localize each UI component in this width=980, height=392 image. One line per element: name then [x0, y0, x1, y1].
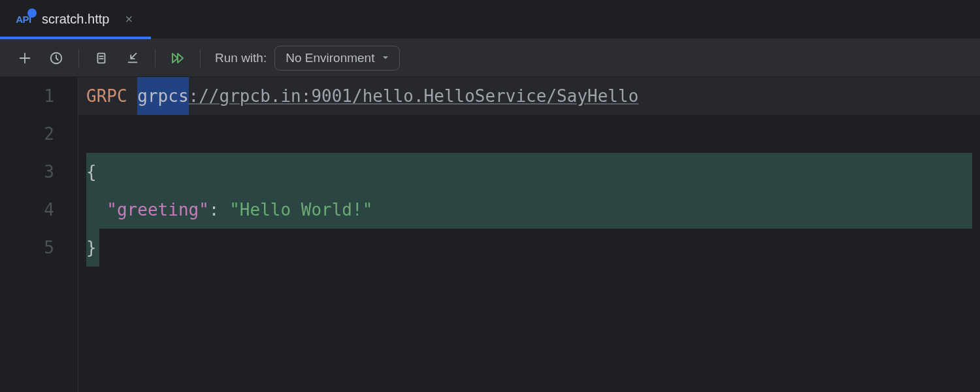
close-icon[interactable]: × — [122, 9, 135, 29]
selected-text: grpcs — [137, 77, 188, 115]
import-icon — [125, 51, 140, 65]
environment-select[interactable]: No Environment — [274, 46, 400, 71]
modified-badge-icon — [27, 8, 37, 18]
plus-icon — [18, 51, 32, 65]
chevron-down-icon — [381, 51, 390, 65]
examples-button[interactable] — [90, 46, 113, 70]
json-colon: : — [209, 200, 229, 220]
code-line[interactable] — [78, 115, 980, 153]
line-number: 2 — [0, 115, 54, 153]
request-url: ://grpcb.in:9001/hello.HelloService/SayH… — [189, 77, 639, 115]
api-file-icon: API — [14, 12, 33, 27]
line-number: 5 — [0, 229, 54, 267]
run-all-button[interactable] — [166, 46, 189, 70]
tab-scratch-http[interactable]: API scratch.http × — [0, 0, 151, 39]
history-button[interactable] — [44, 46, 68, 70]
json-brace: } — [86, 238, 97, 257]
tab-title: scratch.http — [42, 12, 109, 27]
add-request-button[interactable] — [13, 46, 37, 70]
line-number: 4 — [0, 191, 54, 229]
code-editor[interactable]: 1 2 3 4 5 GRPC grpcs://grpcb.in:9001/hel… — [0, 77, 980, 392]
run-all-icon — [170, 50, 186, 66]
code-line[interactable]: } — [78, 229, 980, 267]
line-number: 1 — [0, 77, 54, 115]
environment-selected-value: No Environment — [286, 51, 374, 65]
line-number: 3 — [0, 153, 54, 191]
toolbar-separator — [78, 49, 79, 67]
document-icon — [94, 51, 108, 65]
toolbar-separator — [200, 49, 201, 67]
code-area[interactable]: GRPC grpcs://grpcb.in:9001/hello.HelloSe… — [78, 77, 980, 392]
json-brace: { — [86, 162, 97, 182]
code-line[interactable]: { — [78, 153, 980, 191]
run-with-label: Run with: — [215, 51, 267, 65]
http-method: GRPC — [86, 77, 127, 115]
history-icon — [49, 51, 63, 65]
line-gutter: 1 2 3 4 5 — [0, 77, 78, 392]
json-key: "greeting" — [106, 200, 209, 220]
json-string: "Hello World!" — [229, 200, 372, 220]
code-line[interactable]: GRPC grpcs://grpcb.in:9001/hello.HelloSe… — [78, 77, 980, 115]
code-line[interactable]: "greeting": "Hello World!" — [78, 191, 980, 229]
http-toolbar: Run with: No Environment — [0, 39, 980, 77]
import-button[interactable] — [121, 46, 144, 70]
toolbar-separator — [155, 49, 155, 67]
tab-bar: API scratch.http × — [0, 0, 980, 39]
